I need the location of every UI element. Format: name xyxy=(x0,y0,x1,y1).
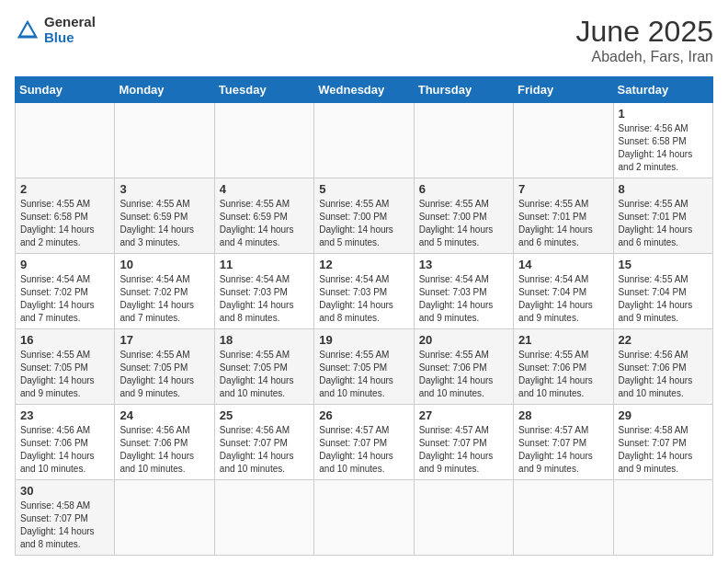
page-header: General Blue June 2025 Abadeh, Fars, Ira… xyxy=(15,15,713,65)
day-info: Sunrise: 4:58 AM Sunset: 7:07 PM Dayligh… xyxy=(20,500,109,551)
day-info: Sunrise: 4:56 AM Sunset: 6:58 PM Dayligh… xyxy=(619,122,708,174)
day-number: 12 xyxy=(319,258,408,271)
calendar-week-2: 2 Sunrise: 4:55 AM Sunset: 6:58 PM Dayli… xyxy=(16,178,713,254)
calendar-cell xyxy=(115,480,214,556)
day-info: Sunrise: 4:55 AM Sunset: 7:05 PM Dayligh… xyxy=(119,349,209,400)
day-number: 20 xyxy=(419,333,508,347)
day-info: Sunrise: 4:55 AM Sunset: 7:05 PM Dayligh… xyxy=(220,349,309,400)
calendar-cell xyxy=(314,480,414,556)
calendar-cell xyxy=(115,103,214,178)
logo-text: General Blue xyxy=(44,15,96,45)
day-info: Sunrise: 4:55 AM Sunset: 6:58 PM Dayligh… xyxy=(20,198,109,249)
logo-general: General xyxy=(44,15,96,30)
calendar-week-4: 16 Sunrise: 4:55 AM Sunset: 7:05 PM Dayl… xyxy=(16,329,713,405)
day-number: 3 xyxy=(119,182,209,196)
day-info: Sunrise: 4:56 AM Sunset: 7:06 PM Dayligh… xyxy=(119,424,209,476)
calendar-cell: 13 Sunrise: 4:54 AM Sunset: 7:03 PM Dayl… xyxy=(414,254,513,329)
title-block: June 2025 Abadeh, Fars, Iran xyxy=(576,15,713,65)
day-info: Sunrise: 4:55 AM Sunset: 7:00 PM Dayligh… xyxy=(419,198,508,249)
calendar-cell: 22 Sunrise: 4:56 AM Sunset: 7:06 PM Dayl… xyxy=(613,329,712,405)
calendar-week-5: 23 Sunrise: 4:56 AM Sunset: 7:06 PM Dayl… xyxy=(16,405,713,480)
day-info: Sunrise: 4:55 AM Sunset: 7:06 PM Dayligh… xyxy=(419,349,508,400)
calendar-cell: 15 Sunrise: 4:55 AM Sunset: 7:04 PM Dayl… xyxy=(613,254,712,329)
calendar-cell: 21 Sunrise: 4:55 AM Sunset: 7:06 PM Dayl… xyxy=(514,329,613,405)
day-info: Sunrise: 4:54 AM Sunset: 7:02 PM Dayligh… xyxy=(20,273,109,325)
calendar-cell: 3 Sunrise: 4:55 AM Sunset: 6:59 PM Dayli… xyxy=(115,178,214,254)
day-info: Sunrise: 4:54 AM Sunset: 7:03 PM Dayligh… xyxy=(319,273,408,325)
day-info: Sunrise: 4:55 AM Sunset: 7:06 PM Dayligh… xyxy=(518,349,608,400)
calendar-cell: 10 Sunrise: 4:54 AM Sunset: 7:02 PM Dayl… xyxy=(115,254,214,329)
header-monday: Monday xyxy=(115,77,214,103)
day-info: Sunrise: 4:54 AM Sunset: 7:04 PM Dayligh… xyxy=(518,273,608,325)
day-info: Sunrise: 4:55 AM Sunset: 6:59 PM Dayligh… xyxy=(220,198,309,249)
day-number: 30 xyxy=(20,484,109,498)
calendar-cell: 11 Sunrise: 4:54 AM Sunset: 7:03 PM Dayl… xyxy=(214,254,313,329)
day-number: 5 xyxy=(319,182,408,196)
day-number: 9 xyxy=(20,258,109,271)
title-month: June 2025 xyxy=(576,15,713,49)
calendar-cell: 1 Sunrise: 4:56 AM Sunset: 6:58 PM Dayli… xyxy=(613,103,712,178)
day-number: 8 xyxy=(619,182,708,196)
day-info: Sunrise: 4:57 AM Sunset: 7:07 PM Dayligh… xyxy=(518,424,608,476)
calendar-cell: 6 Sunrise: 4:55 AM Sunset: 7:00 PM Dayli… xyxy=(414,178,513,254)
calendar-cell: 29 Sunrise: 4:58 AM Sunset: 7:07 PM Dayl… xyxy=(613,405,712,480)
calendar-cell: 12 Sunrise: 4:54 AM Sunset: 7:03 PM Dayl… xyxy=(314,254,414,329)
day-info: Sunrise: 4:58 AM Sunset: 7:07 PM Dayligh… xyxy=(619,424,708,476)
day-number: 27 xyxy=(419,408,508,422)
header-tuesday: Tuesday xyxy=(214,77,313,103)
calendar-cell xyxy=(214,103,313,178)
header-wednesday: Wednesday xyxy=(314,77,414,103)
calendar-cell: 17 Sunrise: 4:55 AM Sunset: 7:05 PM Dayl… xyxy=(115,329,214,405)
calendar-cell: 24 Sunrise: 4:56 AM Sunset: 7:06 PM Dayl… xyxy=(115,405,214,480)
calendar-week-3: 9 Sunrise: 4:54 AM Sunset: 7:02 PM Dayli… xyxy=(16,254,713,329)
calendar-cell: 25 Sunrise: 4:56 AM Sunset: 7:07 PM Dayl… xyxy=(214,405,313,480)
calendar-cell: 23 Sunrise: 4:56 AM Sunset: 7:06 PM Dayl… xyxy=(16,405,115,480)
day-number: 21 xyxy=(518,333,608,347)
header-thursday: Thursday xyxy=(414,77,513,103)
day-info: Sunrise: 4:57 AM Sunset: 7:07 PM Dayligh… xyxy=(319,424,408,476)
logo-icon xyxy=(15,17,40,43)
calendar-cell: 19 Sunrise: 4:55 AM Sunset: 7:05 PM Dayl… xyxy=(314,329,414,405)
day-number: 1 xyxy=(619,107,708,121)
calendar-cell: 27 Sunrise: 4:57 AM Sunset: 7:07 PM Dayl… xyxy=(414,405,513,480)
calendar-cell: 18 Sunrise: 4:55 AM Sunset: 7:05 PM Dayl… xyxy=(214,329,313,405)
day-number: 16 xyxy=(20,333,109,347)
calendar-cell xyxy=(16,103,115,178)
calendar-cell: 7 Sunrise: 4:55 AM Sunset: 7:01 PM Dayli… xyxy=(514,178,613,254)
header-friday: Friday xyxy=(514,77,613,103)
calendar-cell xyxy=(514,480,613,556)
day-number: 23 xyxy=(20,408,109,422)
day-info: Sunrise: 4:56 AM Sunset: 7:07 PM Dayligh… xyxy=(220,424,309,476)
day-number: 7 xyxy=(518,182,608,196)
day-number: 11 xyxy=(220,258,309,271)
day-number: 14 xyxy=(518,258,608,271)
day-info: Sunrise: 4:56 AM Sunset: 7:06 PM Dayligh… xyxy=(20,424,109,476)
day-number: 24 xyxy=(119,408,209,422)
title-location: Abadeh, Fars, Iran xyxy=(576,49,713,65)
calendar-cell xyxy=(214,480,313,556)
calendar-week-6: 30 Sunrise: 4:58 AM Sunset: 7:07 PM Dayl… xyxy=(16,480,713,556)
day-number: 29 xyxy=(619,408,708,422)
day-number: 4 xyxy=(220,182,309,196)
calendar-cell xyxy=(613,480,712,556)
day-info: Sunrise: 4:56 AM Sunset: 7:06 PM Dayligh… xyxy=(619,349,708,400)
day-number: 25 xyxy=(220,408,309,422)
day-info: Sunrise: 4:55 AM Sunset: 7:05 PM Dayligh… xyxy=(20,349,109,400)
day-number: 19 xyxy=(319,333,408,347)
calendar-cell: 26 Sunrise: 4:57 AM Sunset: 7:07 PM Dayl… xyxy=(314,405,414,480)
calendar-cell: 28 Sunrise: 4:57 AM Sunset: 7:07 PM Dayl… xyxy=(514,405,613,480)
calendar-cell xyxy=(414,480,513,556)
day-number: 26 xyxy=(319,408,408,422)
day-number: 22 xyxy=(619,333,708,347)
day-number: 13 xyxy=(419,258,508,271)
day-info: Sunrise: 4:55 AM Sunset: 6:59 PM Dayligh… xyxy=(119,198,209,249)
calendar-cell: 30 Sunrise: 4:58 AM Sunset: 7:07 PM Dayl… xyxy=(16,480,115,556)
calendar-cell xyxy=(414,103,513,178)
day-number: 17 xyxy=(119,333,209,347)
calendar-header-row: SundayMondayTuesdayWednesdayThursdayFrid… xyxy=(16,77,713,103)
day-number: 6 xyxy=(419,182,508,196)
day-info: Sunrise: 4:55 AM Sunset: 7:01 PM Dayligh… xyxy=(518,198,608,249)
calendar-cell: 16 Sunrise: 4:55 AM Sunset: 7:05 PM Dayl… xyxy=(16,329,115,405)
day-number: 10 xyxy=(119,258,209,271)
calendar-table: SundayMondayTuesdayWednesdayThursdayFrid… xyxy=(15,76,713,556)
